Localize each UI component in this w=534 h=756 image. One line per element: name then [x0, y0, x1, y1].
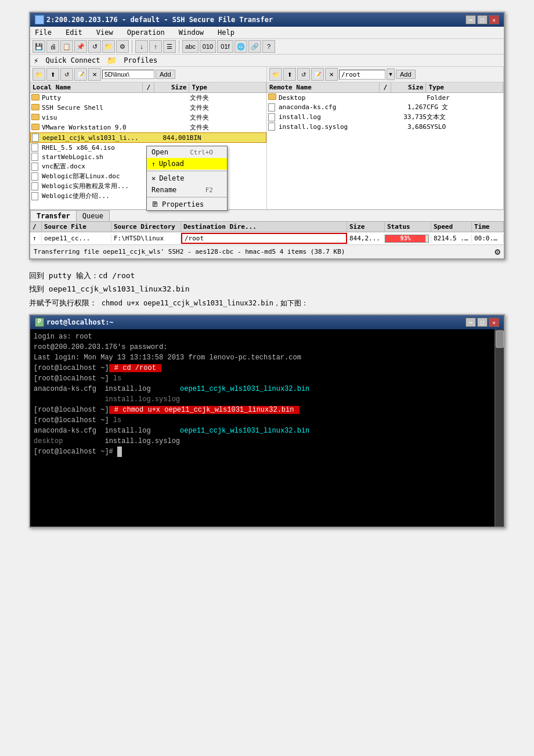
tb-up[interactable]: ↑ — [149, 40, 162, 53]
remote-tb1[interactable]: 📁 — [269, 68, 282, 81]
menu-file[interactable]: File — [33, 28, 54, 37]
ctx-upload[interactable]: ↑ Upload — [147, 158, 227, 170]
list-item[interactable]: visu 文件夹 — [30, 113, 266, 123]
annotation-line1: 回到 putty 输入：cd /root — [29, 269, 505, 282]
remote-file-list: Desktop Folder anaconda-ks.cfg 1,267 CFG… — [267, 93, 503, 209]
menu-window[interactable]: Window — [176, 28, 206, 37]
th-icon: / — [30, 222, 42, 232]
profiles-btn[interactable]: Profiles — [121, 56, 160, 65]
local-path-input[interactable] — [102, 70, 154, 79]
ctx-upload-label: Upload — [159, 160, 184, 168]
annotation-line3-code: chmod u+x oepe11_ccjk_wls1031_linux32.bi… — [102, 299, 308, 307]
tb-save[interactable]: 💾 — [33, 40, 45, 53]
tb-print[interactable]: 🖨 — [46, 40, 59, 53]
remote-header-name: Remote Name — [267, 82, 380, 92]
local-add-btn[interactable]: Add — [156, 70, 175, 79]
remote-tb4[interactable]: 📝 — [311, 68, 324, 81]
tab-queue[interactable]: Queue — [76, 210, 110, 221]
tb-settings[interactable]: ⚙ — [116, 40, 129, 53]
terminal-maximize[interactable]: □ — [477, 318, 488, 327]
remote-add-btn[interactable]: Add — [396, 70, 416, 79]
ctx-open-label: Open — [151, 148, 168, 156]
remote-list-header: Remote Name / Size Type — [267, 82, 503, 93]
delete-icon: ✕ — [151, 174, 156, 182]
tb-paste[interactable]: 📌 — [74, 40, 87, 53]
th-dest-dir: Destination Dire... — [181, 222, 347, 232]
tb-refresh[interactable]: ↺ — [88, 40, 101, 53]
tb-view[interactable]: ☰ — [163, 40, 176, 53]
menu-operation[interactable]: Operation — [125, 28, 167, 37]
remote-tb-del[interactable]: ✕ — [325, 68, 338, 81]
menu-edit[interactable]: Edit — [63, 28, 85, 37]
th-time: Time — [472, 222, 504, 232]
tb-link[interactable]: 🔗 — [248, 40, 261, 53]
tb-abc[interactable]: abc — [182, 40, 199, 53]
ctx-open[interactable]: Open Ctrl+O — [147, 146, 227, 158]
status-bar: Transferring file oepe11_ccjk_wls' SSH2 … — [30, 244, 504, 258]
terminal-scrollbar[interactable] — [495, 329, 504, 527]
th-source-dir: Source Directory — [111, 222, 181, 232]
tr-size: 844,2... — [347, 234, 385, 243]
list-item[interactable]: anaconda-ks.cfg 1,267 CFG 文 — [267, 102, 503, 112]
ctx-delete-label: Delete — [159, 174, 184, 182]
terminal-minimize[interactable]: — — [466, 318, 476, 327]
local-tb2[interactable]: ⬆ — [46, 68, 59, 81]
list-item[interactable]: SSH Secure Shell 文件夹 — [30, 103, 266, 113]
list-item[interactable]: Desktop Folder — [267, 93, 503, 102]
tb-copy[interactable]: 📋 — [60, 40, 73, 53]
tab-transfer[interactable]: Transfer — [30, 210, 77, 221]
remote-tb2[interactable]: ⬆ — [283, 68, 296, 81]
window-title: 2:200.200.203.176 - default - SSH Secure… — [46, 16, 273, 24]
local-tb3[interactable]: ↺ — [60, 68, 73, 81]
properties-icon: 🖹 — [151, 200, 158, 208]
menu-help[interactable]: Help — [215, 28, 237, 37]
quickconnect-btn[interactable]: Quick Connect — [43, 56, 102, 65]
tb-down[interactable]: ↓ — [135, 40, 148, 53]
annotation-line3: 并赋予可执行权限： chmod u+x oepe11_ccjk_wls1031_… — [29, 296, 505, 310]
terminal-titlebar: P root@localhost:~ — □ ✕ — [30, 315, 504, 329]
transfer-header: / Source File Source Directory Destinati… — [30, 222, 504, 232]
list-item[interactable]: install.log 33,735 文本文 — [267, 112, 503, 122]
th-speed: Speed — [431, 222, 472, 232]
tr-srcdir: F:\HTSD\linux — [111, 234, 181, 243]
terminal-body[interactable]: login as: root root@200.200.203.176's pa… — [30, 329, 495, 527]
ctx-rename[interactable]: Rename F2 — [147, 184, 227, 196]
ctx-properties[interactable]: 🖹 Properties — [147, 199, 227, 210]
quickconnect-icon: ⚡ — [34, 56, 38, 65]
tb-sep1 — [132, 40, 132, 53]
local-tb4[interactable]: 📝 — [74, 68, 87, 81]
status-text: Transferring file oepe11_ccjk_wls' SSH2 … — [34, 248, 345, 255]
list-item-highlighted[interactable]: oepe11_ccjk_wls1031_li... 844,001 BIN — [30, 132, 266, 143]
minimize-button[interactable]: — — [466, 15, 476, 24]
th-status: Status — [385, 222, 431, 232]
list-item[interactable]: Putty 文件夹 — [30, 93, 266, 103]
status-icon: ⚙ — [495, 246, 500, 257]
local-tb1[interactable]: 📁 — [33, 68, 45, 81]
ctx-delete[interactable]: ✕ Delete — [147, 172, 227, 184]
close-button[interactable]: ✕ — [489, 15, 499, 24]
terminal-title: root@localhost:~ — [46, 318, 114, 326]
menu-bar: File Edit View Operation Window Help — [30, 27, 504, 39]
terminal-close[interactable]: ✕ — [489, 318, 499, 327]
tb-globe[interactable]: 🌐 — [234, 40, 247, 53]
tb-question[interactable]: ? — [262, 40, 275, 53]
profiles-icon: 📁 — [107, 56, 117, 65]
local-header-slash: / — [143, 82, 154, 92]
terminal-icon: P — [35, 318, 44, 327]
list-item[interactable]: VMware Workstation 9.0 文件夹 — [30, 123, 266, 132]
menu-view[interactable]: View — [94, 28, 116, 37]
remote-tb3[interactable]: ↺ — [297, 68, 310, 81]
ssh-titlebar: 2:200.200.203.176 - default - SSH Secure… — [30, 13, 504, 27]
file-panels: 📁 ⬆ ↺ 📝 ✕ Add Local Name / Size Type Put… — [30, 67, 504, 210]
ssh-window: 2:200.200.203.176 - default - SSH Secure… — [29, 12, 505, 260]
maximize-button[interactable]: □ — [477, 15, 488, 24]
context-menu: Open Ctrl+O ↑ Upload ✕ Delete Rename F2 — [146, 146, 228, 211]
tb-folder[interactable]: 📁 — [102, 40, 115, 53]
remote-path-dropdown[interactable]: ▼ — [387, 69, 395, 80]
ctx-sep1 — [147, 171, 227, 171]
tb-010[interactable]: 010 — [200, 40, 216, 53]
transfer-tabs: Transfer Queue — [30, 210, 504, 222]
local-tb-del[interactable]: ✕ — [88, 68, 101, 81]
tb-01f[interactable]: 01f — [217, 40, 233, 53]
list-item[interactable]: install.log.syslog 3,686 SYSLO — [267, 122, 503, 131]
